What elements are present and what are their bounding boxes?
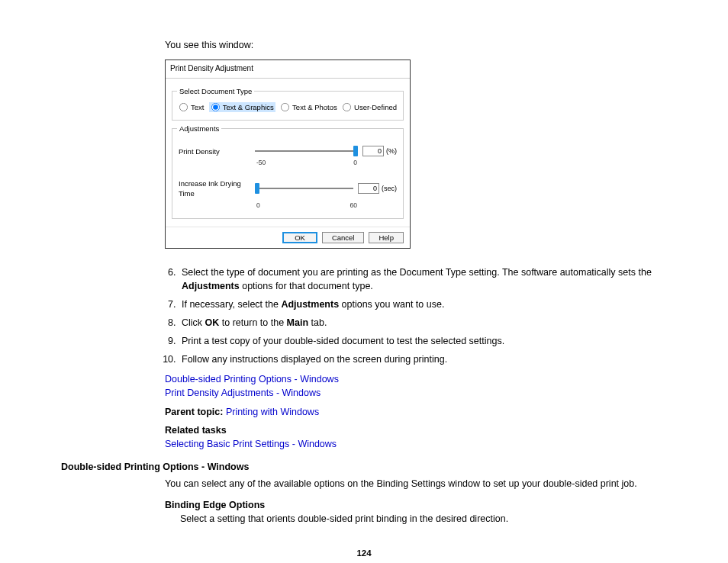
dry-time-max: 60 [350,201,357,210]
section-body: You can select any of the available opti… [165,477,667,491]
step-7: If necessary, select the Adjustments opt… [179,298,667,311]
cancel-button[interactable]: Cancel [322,232,365,243]
binding-edge-heading: Binding Edge Options [165,500,265,510]
radio-user-defined[interactable]: User-Defined [342,102,397,113]
print-density-max: 0 [353,158,357,167]
print-density-label: Print Density [179,146,255,157]
print-density-dialog: Print Density Adjustment Select Document… [165,60,411,248]
link-selecting-basic-print-settings[interactable]: Selecting Basic Print Settings - Windows [165,439,337,449]
dry-time-unit: (sec) [382,184,397,194]
binding-edge-body: Select a setting that orients double-sid… [180,512,667,526]
radio-text-photos[interactable]: Text & Photos [280,102,337,113]
print-density-slider[interactable] [255,146,358,156]
instruction-list: Select the type of document you are prin… [165,265,667,367]
link-double-sided-options[interactable]: Double-sided Printing Options - Windows [165,374,339,384]
step-6: Select the type of document you are prin… [179,265,667,293]
radio-text[interactable]: Text [179,102,204,113]
dry-time-slider[interactable] [255,183,353,194]
link-print-density-adjustments[interactable]: Print Density Adjustments - Windows [165,388,321,398]
step-8: Click OK to return to the Main tab. [179,316,667,330]
dry-time-label: Increase Ink Drying Time [179,179,255,200]
dry-time-min: 0 [256,201,260,210]
group-document-type-label: Select Document Type [177,86,254,97]
dialog-titlebar: Print Density Adjustment [166,60,410,79]
group-document-type: Select Document Type Text Text & Graphic… [172,91,404,121]
section-heading: Double-sided Printing Options - Windows [61,460,667,474]
group-adjustments: Adjustments Print Density (%) -50 0 Incr… [172,128,404,218]
link-parent-topic[interactable]: Printing with Windows [226,407,319,417]
print-density-value[interactable] [362,146,384,156]
intro-text: You see this window: [165,38,667,52]
parent-topic-label: Parent topic: [165,407,226,417]
page-number: 124 [61,547,667,560]
step-9: Print a test copy of your double-sided d… [179,334,667,348]
print-density-unit: (%) [386,146,397,156]
print-density-min: -50 [256,158,266,167]
help-button[interactable]: Help [369,232,404,243]
radio-text-graphics[interactable]: Text & Graphics [209,102,275,113]
step-10: Follow any instructions displayed on the… [179,352,667,366]
related-tasks-label: Related tasks [165,423,667,437]
ok-button[interactable]: OK [282,232,317,243]
dry-time-value[interactable] [358,183,379,194]
group-adjustments-label: Adjustments [177,124,221,134]
